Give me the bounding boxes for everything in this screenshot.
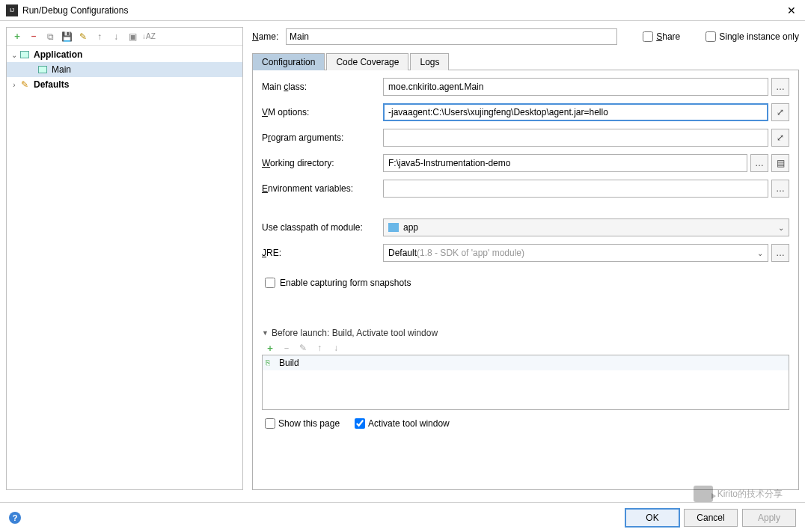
env-vars-input[interactable] (383, 180, 768, 198)
tree-node-application[interactable]: ⌄ Application (7, 47, 242, 62)
show-this-page-checkbox[interactable]: Show this page (262, 416, 340, 431)
bottom-check-row: Show this page Activate tool window (262, 416, 789, 431)
tab-bar: Configuration Code Coverage Logs (252, 52, 799, 70)
browse-main-class-button[interactable]: … (771, 78, 789, 96)
classpath-module-dropdown[interactable]: app ⌄ (383, 218, 789, 236)
tree-label: Defaults (34, 79, 69, 90)
tree-label: Application (34, 49, 82, 60)
tree-toolbar: ＋ － ⧉ 💾 ✎ ↑ ↓ ▣ ↓AZ (7, 28, 242, 46)
task-down-icon[interactable]: ↓ (331, 343, 341, 353)
copy-config-icon[interactable]: ⧉ (44, 31, 56, 43)
activate-tool-window-label: Activate tool window (368, 418, 450, 429)
env-vars-label: Environment variables: (262, 183, 383, 194)
enable-snapshots-checkbox[interactable] (265, 278, 275, 288)
app-icon: IJ (6, 4, 18, 16)
add-config-icon[interactable]: ＋ (11, 31, 23, 43)
run-config-icon (37, 64, 49, 75)
tree-node-defaults[interactable]: › ✎ Defaults (7, 77, 242, 92)
browse-working-dir-button[interactable]: … (750, 154, 768, 172)
task-up-icon[interactable]: ↑ (314, 343, 325, 353)
working-dir-row: Working directory: … ▤ (262, 154, 789, 172)
browse-jre-button[interactable]: … (771, 244, 789, 262)
save-config-icon[interactable]: 💾 (61, 31, 73, 43)
tab-logs[interactable]: Logs (410, 53, 449, 70)
before-launch-toolbar: ＋ － ✎ ↑ ↓ (262, 341, 789, 355)
application-type-icon (19, 49, 31, 60)
remove-task-icon[interactable]: － (281, 343, 292, 353)
chevron-down-icon: ⌄ (778, 224, 784, 232)
build-task-icon: ⎘ (266, 358, 276, 367)
classpath-label: Use classpath of module: (262, 222, 383, 233)
classpath-value: app (403, 222, 418, 233)
activate-tool-window-checkbox[interactable]: Activate tool window (352, 416, 450, 431)
activate-tool-window-box[interactable] (355, 418, 365, 429)
edit-defaults-icon[interactable]: ✎ (77, 31, 89, 43)
before-launch-list[interactable]: ⎘ Build (262, 355, 789, 410)
before-launch-header[interactable]: ▼ Before launch: Build, Activate tool wi… (262, 328, 789, 338)
tab-code-coverage[interactable]: Code Coverage (326, 53, 408, 70)
jre-dropdown[interactable]: Default (1.8 - SDK of 'app' module) ⌄ (383, 244, 768, 262)
edit-task-icon[interactable]: ✎ (298, 343, 308, 353)
sort-icon[interactable]: ↓AZ (143, 31, 155, 43)
expand-vm-options-button[interactable]: ⤢ (771, 103, 789, 121)
title-bar: IJ Run/Debug Configurations ✕ (0, 0, 805, 21)
move-down-icon[interactable]: ↓ (110, 31, 122, 43)
folder-icon[interactable]: ▣ (126, 31, 138, 43)
apply-button[interactable]: Apply (742, 509, 796, 527)
share-checkbox[interactable]: Share (640, 29, 680, 44)
collapse-arrow-icon[interactable]: ▼ (262, 329, 269, 337)
window-title: Run/Debug Configurations (22, 5, 784, 16)
vm-options-row: VM options: ⤢ (262, 103, 789, 121)
name-row: Name: Share Single instance only (252, 27, 799, 46)
tree-node-main[interactable]: Main (7, 62, 242, 77)
before-launch-title: Before launch: Build, Activate tool wind… (272, 328, 438, 338)
program-args-input[interactable] (383, 129, 768, 147)
program-args-row: Program arguments: ⤢ (262, 129, 789, 147)
module-icon (388, 223, 399, 232)
program-args-label: Program arguments: (262, 132, 383, 143)
add-task-icon[interactable]: ＋ (265, 343, 275, 353)
help-icon[interactable]: ? (9, 512, 21, 524)
configurations-tree-pane: ＋ － ⧉ 💾 ✎ ↑ ↓ ▣ ↓AZ ⌄ Application Main ›… (6, 27, 243, 490)
list-item[interactable]: ⎘ Build (263, 355, 789, 370)
single-instance-checkbox-box[interactable] (705, 31, 716, 42)
build-item-label: Build (279, 358, 299, 368)
name-label: Name: (252, 31, 286, 42)
ok-button[interactable]: OK (625, 509, 679, 527)
close-icon[interactable]: ✕ (784, 4, 799, 16)
dialog-footer: ? OK Cancel Apply (0, 502, 805, 532)
main-class-input[interactable] (383, 78, 768, 96)
config-detail-pane: Name: Share Single instance only Configu… (243, 27, 799, 490)
dialog-body: ＋ － ⧉ 💾 ✎ ↑ ↓ ▣ ↓AZ ⌄ Application Main ›… (0, 21, 805, 496)
defaults-icon: ✎ (19, 79, 31, 90)
configurations-tree[interactable]: ⌄ Application Main › ✎ Defaults (7, 46, 242, 489)
tab-configuration[interactable]: Configuration (252, 53, 325, 70)
vm-options-input[interactable] (383, 103, 768, 121)
share-label: Share (656, 31, 680, 42)
main-class-row: Main class: … (262, 78, 789, 96)
show-this-page-label: Show this page (278, 418, 340, 429)
chevron-down-icon: ⌄ (757, 249, 763, 257)
enable-snapshots-label: Enable capturing form snapshots (280, 278, 411, 288)
remove-config-icon[interactable]: － (28, 31, 40, 43)
expand-program-args-button[interactable]: ⤢ (771, 129, 789, 147)
edit-env-vars-button[interactable]: … (771, 180, 789, 198)
expand-arrow-icon[interactable]: › (10, 81, 19, 89)
cancel-button[interactable]: Cancel (684, 509, 738, 527)
env-vars-row: Environment variables: … (262, 180, 789, 198)
main-class-label: Main class: (262, 82, 383, 92)
jre-label: JRE: (262, 248, 383, 258)
working-dir-history-button[interactable]: ▤ (771, 154, 789, 172)
tree-label: Main (52, 64, 71, 75)
jre-hint: (1.8 - SDK of 'app' module) (417, 248, 524, 258)
show-this-page-box[interactable] (265, 418, 275, 429)
expand-arrow-icon[interactable]: ⌄ (10, 51, 19, 59)
single-instance-checkbox[interactable]: Single instance only (703, 29, 799, 44)
working-dir-input[interactable] (383, 154, 747, 172)
name-input[interactable] (286, 28, 617, 45)
share-checkbox-box[interactable] (643, 31, 653, 42)
working-dir-label: Working directory: (262, 158, 383, 168)
move-up-icon[interactable]: ↑ (94, 31, 105, 43)
jre-row: JRE: Default (1.8 - SDK of 'app' module)… (262, 244, 789, 262)
single-instance-label: Single instance only (719, 31, 799, 42)
